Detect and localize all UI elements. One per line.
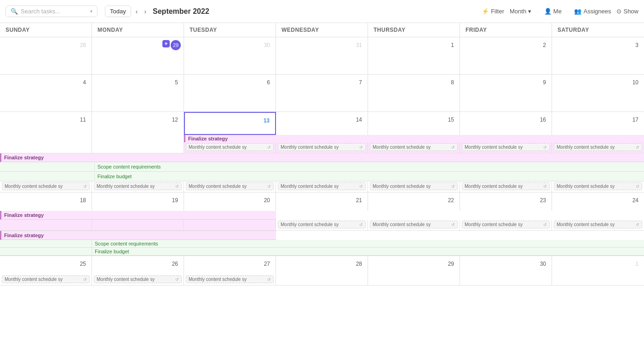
day-cell-sep10[interactable]: 10 (552, 75, 644, 111)
chip-w4-wed: Monthly content schedule sy ↺ (276, 220, 368, 230)
task-chip-w5-sun[interactable]: Monthly content schedule sy ↺ (2, 275, 90, 283)
today-button[interactable]: Today (105, 6, 131, 17)
task-chip-x3[interactable]: Monthly content schedule sy ↺ (186, 182, 274, 190)
task-chip-w4-sat[interactable]: Monthly content schedule sy ↺ (554, 221, 642, 228)
task-chip-x2[interactable]: Monthly content schedule sy ↺ (94, 182, 182, 190)
search-dropdown-arrow[interactable]: ▾ (90, 9, 92, 14)
calendar-body: Sunday Monday Tuesday Wednesday Thursday… (0, 23, 644, 286)
task-chip-w4-wed[interactable]: Monthly content schedule sy ↺ (278, 221, 366, 228)
date-sep15: 15 (445, 115, 457, 125)
task-chip-w5-tue[interactable]: Monthly content schedule sy ↺ (186, 275, 274, 283)
task-text: Monthly content schedule sy (189, 277, 266, 282)
search-box[interactable]: 🔍 Search tasks... ▾ (6, 6, 98, 17)
me-label: Me (553, 8, 562, 15)
day-cell-sep28[interactable]: 28 (276, 256, 368, 274)
finalize-strategy-w4[interactable]: Finalize strategy (0, 211, 276, 220)
month-view-button[interactable]: Month ▾ (510, 8, 531, 15)
chip-cell-x4: Monthly content schedule sy ↺ (276, 181, 368, 192)
day-cell-sep15[interactable]: 15 (368, 112, 460, 135)
task-text: Monthly content schedule sy (189, 145, 266, 150)
task-chip-x1[interactable]: Monthly content schedule sy ↺ (2, 182, 90, 190)
filter-button[interactable]: ⚡ Filter (482, 8, 504, 15)
day-cell-sep3[interactable]: 3 (552, 37, 644, 74)
day-cell-sep11[interactable]: 11 (0, 112, 92, 135)
finalize-strategy-expanded-label[interactable]: Finalize strategy (0, 153, 644, 162)
finalize-budget-w5-label[interactable]: Finalize budget (92, 248, 644, 255)
separator: · (537, 8, 539, 15)
day-cell-oct1[interactable]: 1 (552, 256, 644, 274)
task-chip-thu15[interactable]: Monthly content schedule sy ↺ (370, 143, 458, 151)
task-chip-x6[interactable]: Monthly content schedule sy ↺ (462, 182, 550, 190)
empty-cell-sun (0, 135, 92, 142)
task-refresh-icon: ↺ (359, 184, 363, 189)
add-task-aug29[interactable]: + (162, 40, 170, 47)
scope-content-label[interactable]: Scope content requirements (95, 163, 640, 170)
task-chip-sat17[interactable]: Monthly content schedule sy ↺ (554, 143, 642, 151)
date-sep6: 6 (264, 77, 273, 88)
task-text: Monthly content schedule sy (557, 184, 634, 189)
me-button[interactable]: 👤 Me (544, 8, 562, 15)
day-cell-sep13[interactable]: 13 (184, 112, 276, 135)
day-cell-sep25[interactable]: 25 (0, 256, 92, 274)
day-cell-sep7[interactable]: 7 (276, 75, 368, 111)
day-cell-sep5[interactable]: 5 (92, 75, 184, 111)
day-cell-sep14[interactable]: 14 (276, 112, 368, 135)
task-chip-x4[interactable]: Monthly content schedule sy ↺ (278, 182, 366, 190)
task-chip-wed14[interactable]: Monthly content schedule sy ↺ (278, 143, 366, 151)
finalize-budget-label[interactable]: Finalize budget (95, 173, 640, 180)
day-cell-aug31[interactable]: 31 (276, 37, 368, 74)
day-cell-sep26[interactable]: 26 (92, 256, 184, 274)
day-cell-sep19[interactable]: 19 (92, 192, 184, 211)
day-cell-sep16[interactable]: 16 (460, 112, 552, 135)
prev-month-button[interactable]: ‹ (134, 7, 140, 16)
scope-w5-label[interactable]: Scope content requirements (92, 240, 644, 247)
show-button[interactable]: ⊙ Show (616, 8, 638, 15)
task-chip-w5-mon[interactable]: Monthly content schedule sy ↺ (94, 275, 182, 283)
day-cell-sep24[interactable]: 24 (552, 192, 644, 211)
day-cell-sep6[interactable]: 6 (184, 75, 276, 111)
day-cell-sep27[interactable]: 27 (184, 256, 276, 274)
day-header-friday: Friday (460, 23, 552, 37)
finalize-strategy-w5-label[interactable]: Finalize strategy (0, 231, 276, 240)
day-cell-sep18[interactable]: 18 (0, 192, 92, 211)
task-refresh-icon: ↺ (175, 277, 179, 282)
task-text: Monthly content schedule sy (5, 184, 82, 189)
day-cell-aug30[interactable]: 30 (184, 37, 276, 74)
task-refresh-icon: ↺ (636, 222, 639, 227)
day-cell-sep8[interactable]: 8 (368, 75, 460, 111)
day-cell-sep1[interactable]: 1 (368, 37, 460, 74)
task-chip-tue13[interactable]: Monthly content schedule sy ↺ (186, 143, 274, 151)
task-chip-w4-fri[interactable]: Monthly content schedule sy ↺ (462, 221, 550, 228)
task-chip-x7[interactable]: Monthly content schedule sy ↺ (554, 182, 642, 190)
day-cell-sep30[interactable]: 30 (460, 256, 552, 274)
day-cell-sep12[interactable]: 12 (92, 112, 184, 135)
task-refresh-icon: ↺ (359, 222, 363, 227)
next-month-button[interactable]: › (142, 7, 148, 16)
assignees-button[interactable]: 👥 Assignees (574, 8, 611, 15)
day-cell-sep29[interactable]: 29 (368, 256, 460, 274)
task-refresh-icon: ↺ (175, 184, 179, 189)
task-refresh-icon: ↺ (451, 184, 455, 189)
day-cell-sep22[interactable]: 22 (368, 192, 460, 211)
day-cell-sep9[interactable]: 9 (460, 75, 552, 111)
day-cell-sep2[interactable]: 2 (460, 37, 552, 74)
task-refresh-icon: ↺ (267, 184, 271, 189)
day-cell-aug28[interactable]: 28 (0, 37, 92, 74)
date-aug28: 28 (77, 40, 89, 50)
day-cell-sep17[interactable]: 17 (552, 112, 644, 135)
day-header-sunday: Sunday (0, 23, 92, 37)
task-chip-fri16[interactable]: Monthly content schedule sy ↺ (462, 143, 550, 151)
day-cell-sep23[interactable]: 23 (460, 192, 552, 211)
finalize-strategy-bar-week3[interactable]: Finalize strategy (184, 135, 644, 142)
week-2-days: 4 5 6 7 8 9 10 (0, 75, 644, 111)
day-cell-aug29[interactable]: + 29 (92, 37, 184, 74)
day-cell-sep21[interactable]: 21 (276, 192, 368, 211)
chip-cell-thu15: Monthly content schedule sy ↺ (368, 142, 460, 153)
date-sep23: 23 (537, 195, 549, 205)
week-2: 4 5 6 7 8 9 10 (0, 75, 644, 112)
task-chip-x5[interactable]: Monthly content schedule sy ↺ (370, 182, 458, 190)
chip-w5-tue: Monthly content schedule sy ↺ (184, 274, 276, 285)
day-cell-sep20[interactable]: 20 (184, 192, 276, 211)
day-cell-sep4[interactable]: 4 (0, 75, 92, 111)
task-chip-w4-thu[interactable]: Monthly content schedule sy ↺ (370, 221, 458, 228)
